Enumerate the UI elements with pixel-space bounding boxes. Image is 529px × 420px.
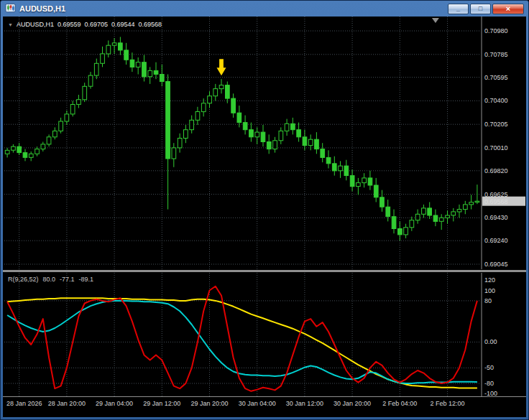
indicator-value-slow: -89.1	[79, 276, 94, 283]
price-axis-label: 0.70980	[484, 27, 508, 34]
indicator-value-fast: 80.0	[43, 276, 56, 283]
chart-client-area: 0.709800.707850.705950.704000.702050.700…	[3, 17, 526, 417]
candlesticks	[5, 37, 479, 241]
indicator-scale-label: 100	[484, 287, 495, 294]
indicator-scale-label: 120	[484, 276, 495, 284]
window-titlebar[interactable]: AUDUSD,H1 _ □ ×	[3, 1, 526, 17]
price-axis-label: 0.69045	[484, 261, 508, 268]
price-axis-label: 0.69430	[484, 214, 508, 221]
indicator-canvas[interactable]: 120100800.00-50-80-100	[3, 273, 526, 396]
indicator-scale-label: -50	[484, 364, 494, 371]
price-chart-canvas[interactable]: 0.709800.707850.705950.704000.702050.700…	[3, 17, 526, 269]
window-title: AUDUSD,H1	[19, 4, 65, 13]
indicator-pane[interactable]: 120100800.00-50-80-100 R(9,26,52) 80.0 -…	[3, 273, 526, 396]
price-axis-label: 0.70205	[484, 121, 508, 128]
time-label: 30 Jan 04:00	[239, 400, 276, 407]
time-label: 30 Jan 20:00	[334, 400, 371, 407]
main-gridlines	[4, 17, 480, 269]
current-price-label: 0.69568	[484, 198, 508, 205]
info-high: 0.69705	[85, 21, 109, 28]
ohlc-info-line: ▼ AUDUSD,H1 0.69559 0.69705 0.69544 0.69…	[8, 21, 162, 28]
price-axis-label: 0.70400	[484, 97, 508, 104]
time-label: 2 Feb 04:00	[382, 400, 417, 407]
time-label: 29 Jan 12:00	[143, 400, 180, 407]
mt4-chart-window: AUDUSD,H1 _ □ × 0.709800.707850.705950.7…	[0, 0, 529, 420]
indicator-scale-label: 0.00	[484, 338, 497, 345]
minimize-icon: _	[456, 5, 460, 12]
time-label: 2 Feb 12:00	[430, 400, 464, 407]
maximize-button[interactable]: □	[470, 4, 491, 14]
price-axis-label: 0.69240	[484, 237, 508, 244]
chart-app-icon	[5, 4, 16, 14]
price-axis-label: 0.69820	[484, 167, 508, 174]
indicator-gridlines	[4, 273, 480, 396]
time-label: 30 Jan 12:00	[286, 400, 323, 407]
close-icon: ×	[506, 4, 510, 13]
indicator-scale-label: -100	[484, 390, 497, 396]
time-label: 28 Jan 20:00	[48, 400, 86, 407]
price-axis-label: 0.70785	[484, 51, 508, 58]
r9-fast-line	[7, 286, 477, 391]
minimize-button[interactable]: _	[448, 4, 469, 14]
time-label: 28 Jan 2026	[6, 400, 42, 407]
time-label: 29 Jan 04:00	[96, 400, 133, 407]
info-close: 0.69568	[139, 21, 162, 28]
collapse-info-icon[interactable]: ▼	[8, 22, 13, 27]
price-chart-pane[interactable]: 0.709800.707850.705950.704000.702050.700…	[3, 17, 526, 269]
indicator-name: R(9,26,52)	[8, 276, 39, 283]
info-open: 0.69559	[58, 21, 81, 28]
price-axis-label: 0.70010	[484, 144, 508, 151]
close-button[interactable]: ×	[492, 4, 524, 14]
indicator-scale-label: -80	[484, 380, 494, 387]
indicator-value-mid: -77.1	[60, 276, 75, 283]
sell-signal-arrow-icon	[217, 59, 226, 75]
time-axis[interactable]: 28 Jan 202628 Jan 20:0029 Jan 04:0029 Ja…	[3, 396, 526, 417]
indicator-scale-label: 80	[484, 297, 492, 304]
window-controls: _ □ ×	[448, 4, 524, 14]
chart-shift-marker-icon	[432, 18, 439, 23]
maximize-icon: □	[479, 5, 482, 12]
time-label: 29 Jan 20:00	[190, 400, 228, 407]
info-symbol: AUDUSD,H1	[17, 21, 54, 28]
indicator-label: R(9,26,52) 80.0 -77.1 -89.1	[8, 276, 93, 283]
info-low: 0.69544	[111, 21, 135, 28]
price-axis-label: 0.70595	[484, 74, 508, 81]
